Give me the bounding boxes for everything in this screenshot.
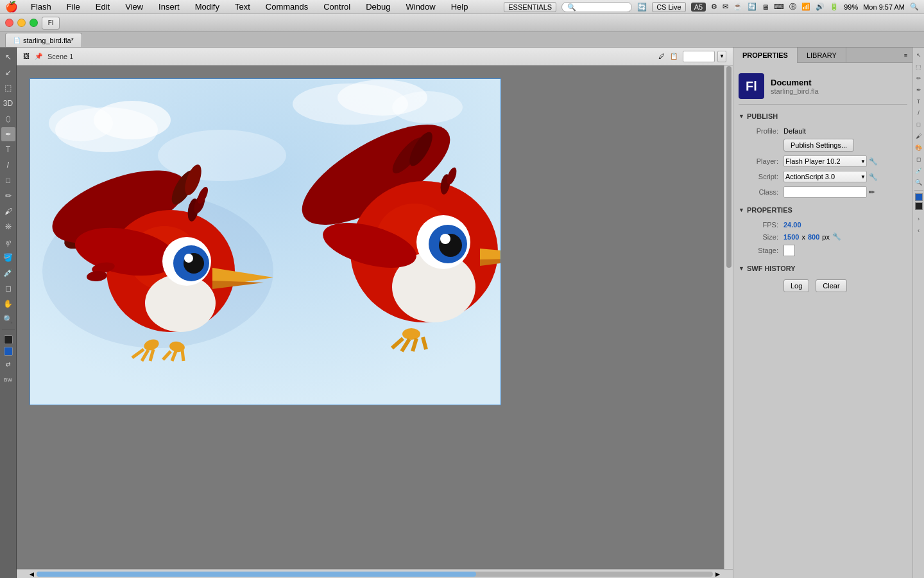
player-settings-icon[interactable]: 🔧 [869,157,878,166]
update-icon[interactable]: 🔄 [748,3,757,11]
rt-pencil-tool[interactable]: ✏ [914,73,924,83]
horizontal-scrollbar[interactable]: ◀ ▶ [17,569,733,578]
rt-expand-btn[interactable]: › [914,214,924,224]
properties-panel: PROPERTIES LIBRARY ≡ Fl Document starlin… [733,48,912,578]
svg-point-3 [49,105,113,141]
zoom-dropdown[interactable]: ▼ [717,51,726,62]
tab-library[interactable]: LIBRARY [798,48,846,63]
clear-button[interactable]: Clear [816,279,846,292]
tool-line[interactable]: / [1,158,15,172]
canvas-viewport[interactable] [17,66,733,569]
menu-text[interactable]: Text [232,2,253,12]
class-input[interactable] [783,186,867,198]
menu-help[interactable]: Help [449,2,471,12]
tool-bone[interactable]: 𝜓 [1,235,15,249]
publish-settings-button[interactable]: Publish Settings... [783,139,854,152]
rt-color-stroke[interactable] [915,202,923,210]
apple-menu[interactable]: 🍎 [5,1,18,13]
menu-commands[interactable]: Commands [263,2,311,12]
scroll-left-btn[interactable]: ◀ [30,571,34,577]
tool-pencil[interactable]: ✏ [1,189,15,203]
script-select[interactable]: ActionScript 3.0 [783,171,867,182]
properties-section-header[interactable]: ▼ PROPERTIES [739,204,907,216]
rt-text-tool[interactable]: T [914,96,924,107]
window-zoom-btn[interactable]: Fl [42,17,60,30]
tool-zoom[interactable]: 🔍 [1,312,15,326]
tool-text[interactable]: T [1,143,15,157]
swf-history-header[interactable]: ▼ SWF HISTORY [739,262,907,275]
menu-modify[interactable]: Modify [193,2,222,12]
sync-icon[interactable]: 🔄 [637,3,647,12]
menu-insert[interactable]: Insert [156,2,182,12]
menu-window[interactable]: Window [403,2,438,12]
tool-subselect[interactable]: ↙ [1,66,15,80]
black-white[interactable]: BW [1,372,15,387]
tool-shape[interactable]: □ [1,173,15,188]
file-tab[interactable]: 📄 starling_bird.fla* [5,33,82,47]
menu-debug[interactable]: Debug [363,2,393,12]
player-row: Player: Flash Player 10.2 ▼ 🔧 [739,153,907,169]
panel-tabs: PROPERTIES LIBRARY ≡ [733,48,912,63]
tool-paint-bucket[interactable]: 🪣 [1,250,15,265]
scroll-track-h[interactable] [37,572,713,577]
traffic-light-yellow[interactable] [17,19,26,27]
rt-eyedrop-tool[interactable]: 💉 [914,166,924,176]
tool-brush[interactable]: 🖌 [1,204,15,218]
log-button[interactable]: Log [783,279,809,292]
class-edit-icon[interactable]: ✏ [869,188,875,197]
publish-section-header[interactable]: ▼ PUBLISH [739,110,907,123]
menu-view[interactable]: View [123,2,146,12]
edit-icon[interactable]: 🖊 [658,53,665,60]
scroll-right-btn[interactable]: ▶ [715,571,720,577]
player-select[interactable]: Flash Player 10.2 [783,155,867,167]
rt-color-fill[interactable] [915,193,923,201]
tool-3d[interactable]: 3D [1,96,15,110]
fill-color[interactable] [4,347,13,356]
menu-file[interactable]: File [64,2,83,12]
search-box[interactable] [561,2,632,12]
traffic-light-red[interactable] [5,19,13,27]
rt-brush-tool[interactable]: 🖌 [914,131,924,141]
clip-icon2[interactable]: 📋 [670,53,678,60]
menu-edit[interactable]: Edit [93,2,112,12]
rt-shape-tool[interactable]: □ [914,119,924,130]
tool-select[interactable]: ↖ [1,50,15,64]
essentials-button[interactable]: ESSENTIALS [504,2,556,12]
rt-line-tool[interactable]: / [914,108,924,118]
traffic-light-green[interactable] [30,19,38,27]
swap-colors[interactable]: ⇄ [1,357,15,371]
rt-transform-tool[interactable]: ⬚ [914,62,924,72]
tool-lasso[interactable]: ⬯ [1,112,15,126]
tool-hand[interactable]: ✋ [1,297,15,311]
rt-collapse-btn[interactable]: ‹ [914,225,924,236]
size-edit-icon[interactable]: 🔧 [832,232,841,241]
vertical-scrollbar[interactable] [724,66,733,569]
coffee-icon[interactable]: ☕ [733,3,742,11]
menu-control[interactable]: Control [321,2,353,12]
panel-collapse-btn[interactable]: ≡ [899,48,912,62]
rt-zoom-tool[interactable]: 🔍 [914,177,924,188]
tab-properties[interactable]: PROPERTIES [733,48,798,63]
tool-eyedropper[interactable]: 💉 [1,266,15,280]
rt-eraser-tool[interactable]: ◻ [914,154,924,164]
mail-icon[interactable]: ✉ [723,3,728,11]
stroke-color[interactable] [4,335,13,344]
rt-select-tool[interactable]: ↖ [914,50,924,60]
size-unit: px [822,233,830,241]
search-spotlight[interactable]: 🔍 [910,3,919,11]
scroll-thumb-h[interactable] [37,572,476,577]
fps-value: 24.00 [783,221,801,229]
tool-deco[interactable]: ❊ [1,220,15,234]
rt-pen-tool[interactable]: ✒ [914,85,924,95]
tool-eraser[interactable]: ◻ [1,281,15,295]
tool-free-transform[interactable]: ⬚ [1,81,15,95]
menu-flash[interactable]: Flash [28,2,54,12]
zoom-input[interactable]: 70% [683,51,715,62]
script-settings-icon[interactable]: 🔧 [869,173,878,181]
cslive-button[interactable]: CS Live [652,2,686,12]
rt-fill-tool[interactable]: 🎨 [914,143,924,153]
bridge-icon[interactable]: ⚙ [711,3,717,11]
stage-color-swatch[interactable] [783,245,795,256]
tool-pen[interactable]: ✒ [1,127,15,141]
stage-canvas[interactable] [30,78,501,405]
